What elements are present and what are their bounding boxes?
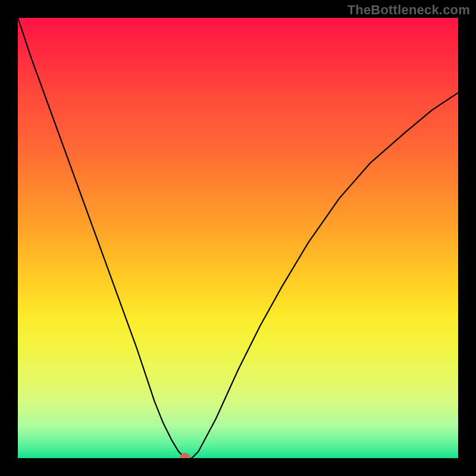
watermark-text: TheBottleneck.com (347, 2, 470, 18)
chart-frame: TheBottleneck.com (0, 0, 476, 476)
bottleneck-curve (18, 18, 458, 458)
plot-area (18, 18, 458, 458)
